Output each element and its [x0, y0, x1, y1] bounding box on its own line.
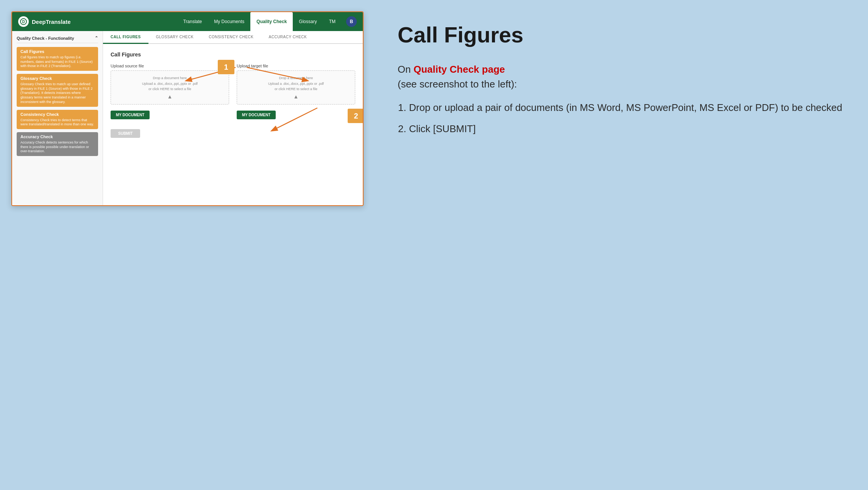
- main-content: CALL FIGURES GLOSSARY CHECK CONSISTENCY …: [103, 31, 363, 205]
- right-intro: On Quality Check page (see screenshot to…: [398, 62, 845, 92]
- sidebar-item-accuracy-check[interactable]: Accuracy Check Accuracy Check detects se…: [17, 132, 98, 156]
- nav-my-documents[interactable]: My Documents: [208, 12, 250, 31]
- sidebar: Quality Check - Functionality ⌃ Call Fig…: [12, 31, 103, 205]
- navbar: D DeepTranslate Translate My Documents Q…: [12, 12, 363, 31]
- nav-glossary[interactable]: Glossary: [293, 12, 323, 31]
- avatar: B: [346, 16, 357, 27]
- nav-tm[interactable]: TM: [323, 12, 342, 31]
- app-logo: D DeepTranslate: [18, 16, 71, 27]
- tabs: CALL FIGURES GLOSSARY CHECK CONSISTENCY …: [103, 31, 363, 44]
- submit-row: SUBMIT: [111, 123, 355, 138]
- right-intro-text: On: [398, 64, 414, 75]
- sidebar-item-consistency-desc: Consistency Check tries to detect terms …: [17, 118, 98, 129]
- source-upload-zone[interactable]: Drop a document here Upload a .doc,.docx…: [111, 70, 229, 105]
- sidebar-item-call-figures-title: Call Figures: [17, 47, 98, 55]
- content-area: Call Figures 1 Upload source file: [103, 44, 363, 145]
- logo-icon: D: [18, 16, 29, 27]
- tab-consistency-check[interactable]: CONSISTENCY CHECK: [201, 31, 261, 44]
- target-upload-label: Upload target file: [237, 64, 355, 68]
- right-title: Call Figures: [398, 23, 845, 47]
- source-my-document-button[interactable]: MY DOCUMENT: [111, 111, 150, 119]
- upload-cloud-icon: ▲: [167, 94, 173, 100]
- sidebar-item-glossary-desc: Glossary Check tries to match up user de…: [17, 82, 98, 106]
- target-upload-zone[interactable]: Drop a document here Upload a .doc,.docx…: [237, 70, 355, 105]
- sidebar-item-accuracy-title: Accuracy Check: [17, 132, 98, 140]
- sidebar-item-glossary-check[interactable]: Glossary Check Glossary Check tries to m…: [17, 74, 98, 106]
- sidebar-collapse-icon[interactable]: ⌃: [95, 36, 98, 41]
- right-panel: Call Figures On Quality Check page (see …: [375, 0, 868, 490]
- annotation-arrow-2: [211, 100, 355, 138]
- target-upload-col: Upload target file Drop a document here …: [237, 64, 355, 105]
- source-upload-hint: Drop a document here Upload a .doc,.docx…: [142, 75, 198, 92]
- sidebar-item-call-figures-desc: Call figures tries to match up figures (…: [17, 55, 98, 71]
- nav-quality-check[interactable]: Quality Check: [250, 12, 293, 31]
- source-upload-label: Upload source file: [111, 64, 229, 68]
- sidebar-item-glossary-title: Glossary Check: [17, 74, 98, 82]
- content-title: Call Figures: [111, 51, 355, 58]
- source-btn-col: MY DOCUMENT: [111, 111, 229, 119]
- tab-call-figures[interactable]: CALL FIGURES: [103, 31, 148, 44]
- logo-text: DeepTranslate: [32, 19, 71, 25]
- sidebar-item-call-figures[interactable]: Call Figures Call figures tries to match…: [17, 47, 98, 71]
- left-panel: D DeepTranslate Translate My Documents Q…: [0, 0, 375, 490]
- nav-translate[interactable]: Translate: [177, 12, 208, 31]
- target-upload-cloud-icon: ▲: [293, 94, 299, 100]
- upload-section-container: 1 Upload source file Drop a document her…: [111, 64, 355, 105]
- annotation-1: 1: [218, 60, 234, 74]
- annotation-2: 2: [348, 109, 364, 123]
- right-body: On Quality Check page (see screenshot to…: [398, 62, 845, 142]
- quality-check-link: Quality Check page: [414, 64, 505, 75]
- source-upload-col: Upload source file Drop a document here …: [111, 64, 229, 105]
- tab-accuracy-check[interactable]: ACCURACY CHECK: [261, 31, 315, 44]
- target-btn-col: MY DOCUMENT 2: [237, 111, 355, 119]
- right-steps-list: Drop or upload a pair of documents (in M…: [409, 99, 845, 137]
- right-step-2: Click [SUBMIT]: [409, 120, 845, 137]
- app-window: D DeepTranslate Translate My Documents Q…: [11, 11, 364, 206]
- sidebar-item-consistency-title: Consistency Check: [17, 110, 98, 118]
- app-body: Quality Check - Functionality ⌃ Call Fig…: [12, 31, 363, 205]
- sidebar-item-accuracy-desc: Accuracy Check detects sentences for whi…: [17, 140, 98, 156]
- sidebar-title: Quality Check - Functionality: [17, 36, 74, 41]
- sidebar-item-consistency-check[interactable]: Consistency Check Consistency Check trie…: [17, 110, 98, 129]
- target-upload-hint: Drop a document here Upload a .doc,.docx…: [268, 75, 324, 92]
- target-my-document-button[interactable]: MY DOCUMENT: [237, 111, 276, 119]
- right-step-1: Drop or upload a pair of documents (in M…: [409, 99, 845, 116]
- submit-button[interactable]: SUBMIT: [111, 129, 140, 138]
- tab-glossary-check[interactable]: GLOSSARY CHECK: [148, 31, 201, 44]
- buttons-row: MY DOCUMENT MY DOCUMENT 2: [111, 111, 355, 119]
- nav-links: Translate My Documents Quality Check Glo…: [177, 12, 342, 31]
- sidebar-header: Quality Check - Functionality ⌃: [17, 36, 98, 43]
- svg-text:D: D: [22, 20, 25, 24]
